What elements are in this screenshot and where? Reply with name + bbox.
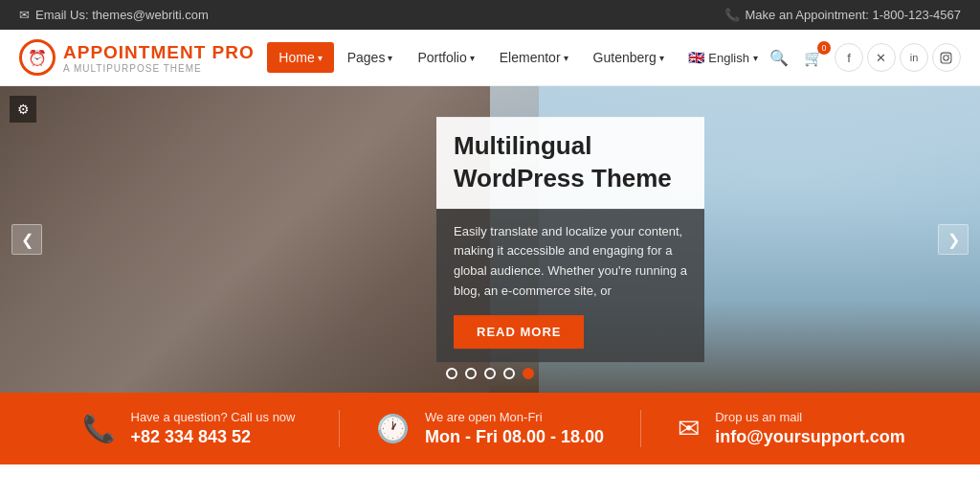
cart-badge: 0 [817, 41, 831, 55]
footer-phone-text: Have a question? Call us now +82 334 843… [131, 410, 296, 447]
search-button[interactable]: 🔍 [766, 45, 792, 71]
logo[interactable]: ⏰ Appointment Pro A Multipurpose Theme [19, 39, 255, 76]
footer-phone-label: Have a question? Call us now [131, 410, 296, 424]
clock-icon: 🕐 [376, 413, 410, 444]
logo-text: Appointment Pro A Multipurpose Theme [63, 42, 255, 74]
footer-email-value: info@yoursupport.com [715, 427, 905, 447]
hero-description-box: Easily translate and localize your conte… [436, 209, 704, 362]
svg-point-1 [944, 55, 948, 59]
email-text: Email Us: themes@webriti.com [35, 8, 209, 22]
facebook-icon[interactable]: f [835, 43, 863, 72]
nav-right: 🇬🇧 English ▾ 🔍 🛒 0 f ✕ in [688, 43, 961, 72]
svg-rect-0 [942, 53, 952, 63]
footer-email-label: Drop us an mail [715, 410, 905, 424]
hero-description: Easily translate and localize your conte… [454, 222, 687, 302]
footer-hours-value: Mon - Fri 08.00 - 18.00 [425, 427, 604, 447]
chevron-down-icon: ▾ [659, 53, 664, 63]
nav-portfolio[interactable]: Portfolio ▾ [406, 42, 485, 73]
slider-dot-3[interactable] [484, 368, 496, 379]
nav-gutenberg[interactable]: Gutenberg ▾ [582, 42, 676, 73]
email-contact: ✉ Email Us: themes@webriti.com [19, 8, 209, 22]
slider-prev-button[interactable]: ❮ [11, 224, 42, 255]
footer-hours-label: We are open Mon-Fri [425, 410, 604, 424]
header: ⏰ Appointment Pro A Multipurpose Theme H… [0, 30, 980, 86]
footer-hours-text: We are open Mon-Fri Mon - Fri 08.00 - 18… [425, 410, 604, 447]
top-bar: ✉ Email Us: themes@webriti.com 📞 Make an… [0, 0, 980, 30]
footer-phone: 📞 Have a question? Call us now +82 334 8… [38, 410, 339, 447]
logo-subtitle: A Multipurpose Theme [63, 63, 255, 74]
read-more-button[interactable]: READ MORE [454, 315, 584, 349]
lang-label: English [708, 51, 749, 65]
svg-point-2 [948, 54, 949, 55]
slider-dot-2[interactable] [465, 368, 477, 379]
logo-icon: ⏰ [19, 39, 56, 76]
twitter-icon[interactable]: ✕ [867, 43, 896, 72]
phone-contact: 📞 Make an Appointment: 1-800-123-4567 [724, 8, 962, 22]
phone-icon: 📞 [82, 413, 116, 444]
language-selector[interactable]: 🇬🇧 English ▾ [688, 50, 758, 65]
hero-title: MultilingualWordPress Theme [454, 130, 687, 195]
logo-title: Appointment Pro [63, 42, 255, 63]
phone-icon: 📞 [724, 8, 740, 22]
cart-button[interactable]: 🛒 0 [800, 45, 827, 71]
settings-icon[interactable]: ⚙ [10, 96, 36, 123]
nav-home[interactable]: Home ▾ [267, 42, 333, 73]
chevron-down-icon: ▾ [470, 53, 475, 63]
nav-elementor[interactable]: Elementor ▾ [488, 42, 580, 73]
footer-email-text: Drop us an mail info@yoursupport.com [715, 410, 905, 447]
footer-phone-value: +82 334 843 52 [131, 427, 296, 447]
chevron-down-icon: ▾ [753, 53, 758, 63]
nav-pages[interactable]: Pages ▾ [336, 42, 405, 73]
phone-text: Make an Appointment: 1-800-123-4567 [746, 8, 962, 22]
slider-next-button[interactable]: ❯ [938, 224, 969, 255]
instagram-icon[interactable] [932, 43, 961, 72]
slider-dot-5[interactable] [523, 368, 534, 379]
hero-slider: ⚙ MultilingualWordPress Theme Easily tra… [0, 86, 980, 393]
footer-bar: 📞 Have a question? Call us now +82 334 8… [0, 393, 980, 464]
chevron-down-icon: ▾ [388, 53, 392, 63]
chevron-down-icon: ▾ [318, 53, 323, 63]
hero-content: MultilingualWordPress Theme Easily trans… [436, 117, 704, 362]
hero-title-box: MultilingualWordPress Theme [436, 117, 704, 209]
email-icon: ✉ [19, 8, 30, 22]
linkedin-icon[interactable]: in [900, 43, 928, 72]
flag-icon: 🇬🇧 [688, 50, 704, 65]
slider-dot-1[interactable] [446, 368, 457, 379]
main-nav: Home ▾ Pages ▾ Portfolio ▾ Elementor ▾ G… [267, 42, 675, 73]
mail-icon: ✉ [678, 413, 700, 444]
chevron-down-icon: ▾ [564, 53, 568, 63]
footer-email: ✉ Drop us an mail info@yoursupport.com [640, 410, 942, 447]
slider-dot-4[interactable] [503, 368, 515, 379]
slider-dots [446, 368, 534, 379]
social-links: f ✕ in [835, 43, 961, 72]
footer-hours: 🕐 We are open Mon-Fri Mon - Fri 08.00 - … [339, 410, 640, 447]
